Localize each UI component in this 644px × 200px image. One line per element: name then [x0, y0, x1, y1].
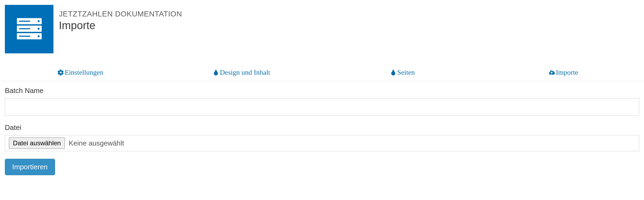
tab-label: Einstellungen [65, 68, 103, 77]
tab-importe[interactable]: Importe [483, 64, 644, 81]
page-title: Importe [59, 19, 182, 32]
import-form: Batch Name Datei Datei auswählen Keine a… [0, 81, 644, 181]
tab-label: Seiten [397, 68, 415, 77]
file-select-button[interactable]: Datei auswählen [9, 137, 65, 149]
tab-design-und-inhalt[interactable]: Design und Inhalt [161, 64, 322, 81]
batch-name-input[interactable] [5, 98, 639, 116]
svg-point-5 [38, 35, 39, 37]
tab-label: Importe [556, 68, 578, 77]
tint-icon [213, 70, 219, 75]
tabs-nav: Einstellungen Design und Inhalt Seiten I… [0, 64, 644, 81]
tab-einstellungen[interactable]: Einstellungen [0, 64, 161, 81]
file-status-text: Keine ausgewählt [69, 139, 124, 147]
server-icon [15, 15, 43, 44]
file-label: Datei [5, 123, 639, 132]
file-group: Datei Datei auswählen Keine ausgewählt [5, 123, 639, 151]
gear-icon [58, 70, 64, 75]
svg-point-4 [38, 27, 39, 29]
svg-rect-7 [19, 28, 30, 29]
svg-point-3 [38, 20, 39, 22]
import-submit-button[interactable]: Importieren [5, 159, 55, 175]
file-input-wrapper: Datei auswählen Keine ausgewählt [5, 135, 639, 151]
svg-rect-6 [19, 20, 30, 22]
tint-icon [390, 70, 396, 75]
title-block: JETZTZAHLEN DOKUMENTATION Importe [59, 5, 182, 32]
cloud-upload-icon [549, 70, 555, 75]
tab-seiten[interactable]: Seiten [322, 64, 483, 81]
page-subtitle: JETZTZAHLEN DOKUMENTATION [59, 10, 182, 18]
batch-name-group: Batch Name [5, 87, 639, 116]
tab-label: Design und Inhalt [220, 68, 270, 77]
page-icon-tile [5, 5, 53, 53]
batch-name-label: Batch Name [5, 87, 639, 95]
page-header: JETZTZAHLEN DOKUMENTATION Importe [0, 0, 644, 53]
svg-rect-8 [19, 36, 30, 37]
